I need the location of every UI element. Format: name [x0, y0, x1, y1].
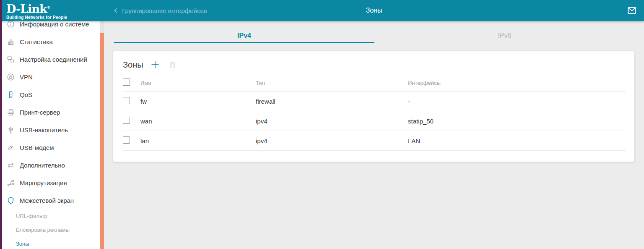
- arrows-swap-icon: [7, 161, 15, 169]
- tab-bar: IPv4 IPv6: [104, 21, 644, 43]
- cell-type: ipv4: [256, 118, 408, 125]
- connections-icon: [7, 55, 15, 63]
- sidebar-item-advanced[interactable]: Дополнительно: [0, 156, 104, 174]
- sidebar-subitem-url-filter[interactable]: URL-фильтр: [0, 209, 104, 223]
- brand-logo[interactable]: D-Link® Building Networks for People: [0, 0, 104, 21]
- delete-zone-button[interactable]: [169, 61, 177, 69]
- sidebar-subitem-zones[interactable]: Зоны: [0, 237, 104, 249]
- column-header-name: Имя: [140, 80, 256, 86]
- sidebar: Информация о системе Статистика Настройк…: [0, 21, 104, 249]
- table-row[interactable]: lan ipv4 LAN: [123, 131, 626, 151]
- cell-type: ipv4: [256, 137, 408, 144]
- sidebar-subitem-label: URL-фильтр: [16, 213, 47, 219]
- usb-icon: [7, 126, 15, 134]
- sidebar-item-qos[interactable]: QoS: [0, 86, 104, 103]
- sidebar-scrollbar-thumb[interactable]: [100, 33, 104, 249]
- sidebar-scrollbar-track[interactable]: [100, 21, 104, 249]
- sidebar-item-label: Дополнительно: [20, 162, 65, 169]
- back-chevron-icon: [113, 8, 119, 13]
- sidebar-item-label: Статистика: [20, 38, 53, 45]
- row-checkbox-cell: [123, 136, 140, 145]
- trash-icon: [169, 61, 177, 69]
- sidebar-item-usb-modem[interactable]: USB-модем: [0, 139, 104, 156]
- table-header-row: Имя Тип Интерфейсы: [123, 75, 626, 92]
- row-checkbox-cell: [123, 97, 140, 106]
- sidebar-item-label: VPN: [20, 73, 33, 81]
- sidebar-subitem-ad-block[interactable]: Блокировка рекламы: [0, 223, 104, 237]
- brand-name-text: D-Link: [6, 3, 47, 16]
- tab-ipv4[interactable]: IPv4: [114, 21, 374, 43]
- cell-interfaces: -: [408, 98, 626, 105]
- cell-name: fw: [140, 98, 256, 105]
- sidebar-item-label: Маршрутизация: [20, 179, 67, 186]
- info-icon: [7, 21, 15, 28]
- table-row[interactable]: wan ipv4 statip_50: [123, 111, 626, 131]
- cell-interfaces: statip_50: [408, 118, 626, 125]
- table-row[interactable]: fw firewall -: [123, 92, 626, 111]
- tab-ipv6[interactable]: IPv6: [374, 21, 635, 43]
- sidebar-item-label: USB-модем: [20, 144, 54, 151]
- sidebar-subitem-label: Блокировка рекламы: [16, 227, 70, 233]
- routing-icon: [7, 179, 15, 187]
- brand-tagline: Building Networks for People: [6, 15, 104, 20]
- vpn-lock-icon: [7, 73, 15, 81]
- cell-type: firewall: [256, 98, 408, 105]
- row-checkbox[interactable]: [123, 97, 130, 104]
- column-header-type: Тип: [256, 80, 408, 86]
- bar-chart-icon: [7, 38, 15, 46]
- cell-name: wan: [140, 118, 256, 125]
- sidebar-item-system-info[interactable]: Информация о системе: [0, 21, 104, 33]
- sidebar-item-statistics[interactable]: Статистика: [0, 33, 104, 50]
- zones-table: Имя Тип Интерфейсы fw firewall - wan ipv…: [123, 75, 626, 151]
- main-content: IPv4 IPv6 Зоны Имя Тип Интерфейсы: [104, 21, 644, 249]
- printer-icon: [7, 108, 15, 116]
- cell-name: lan: [140, 137, 256, 144]
- sidebar-item-usb-storage[interactable]: USB-накопитель: [0, 121, 104, 139]
- header-checkbox-cell: [123, 79, 140, 87]
- sidebar-item-label: QoS: [20, 91, 32, 98]
- sidebar-item-label: USB-накопитель: [20, 126, 68, 134]
- sidebar-menu: Информация о системе Статистика Настройк…: [0, 21, 104, 249]
- top-header: D-Link® Building Networks for People Гру…: [0, 0, 644, 21]
- sidebar-item-label: Информация о системе: [20, 21, 89, 28]
- card-title: Зоны: [123, 60, 143, 70]
- column-header-interfaces: Интерфейсы: [408, 80, 626, 86]
- sidebar-item-firewall[interactable]: Межсетевой экран: [0, 191, 104, 209]
- mail-icon[interactable]: [627, 5, 637, 16]
- brand-name: D-Link®: [6, 2, 104, 15]
- shield-icon: [7, 197, 15, 204]
- sidebar-item-connections-setup[interactable]: Настройка соединений: [0, 50, 104, 68]
- sidebar-item-label: Настройка соединений: [20, 56, 87, 63]
- sidebar-item-print-server[interactable]: Принт-сервер: [0, 103, 104, 121]
- sidebar-item-routing[interactable]: Маршрутизация: [0, 174, 104, 191]
- row-checkbox[interactable]: [123, 117, 130, 124]
- registered-mark: ®: [47, 5, 51, 10]
- row-checkbox[interactable]: [123, 136, 130, 144]
- qos-icon: [7, 91, 15, 99]
- sidebar-item-vpn[interactable]: VPN: [0, 68, 104, 86]
- select-all-checkbox[interactable]: [123, 79, 130, 86]
- add-zone-button[interactable]: [150, 60, 160, 70]
- card-header: Зоны: [123, 57, 626, 72]
- sidebar-item-label: Межсетевой экран: [20, 197, 74, 204]
- back-link[interactable]: Группирование интерфейсов: [113, 7, 207, 14]
- left-accent-stripe: [0, 0, 2, 249]
- sidebar-item-label: Принт-сервер: [20, 109, 60, 116]
- sidebar-subitem-label: Зоны: [16, 241, 29, 247]
- zones-card: Зоны Имя Тип Интерфейсы fw: [113, 51, 634, 162]
- cell-interfaces: LAN: [408, 137, 626, 144]
- usb-modem-icon: [7, 144, 15, 152]
- back-link-label: Группирование интерфейсов: [122, 7, 207, 14]
- plus-icon: [150, 60, 160, 70]
- header-content: Группирование интерфейсов Зоны: [104, 0, 644, 21]
- row-checkbox-cell: [123, 117, 140, 126]
